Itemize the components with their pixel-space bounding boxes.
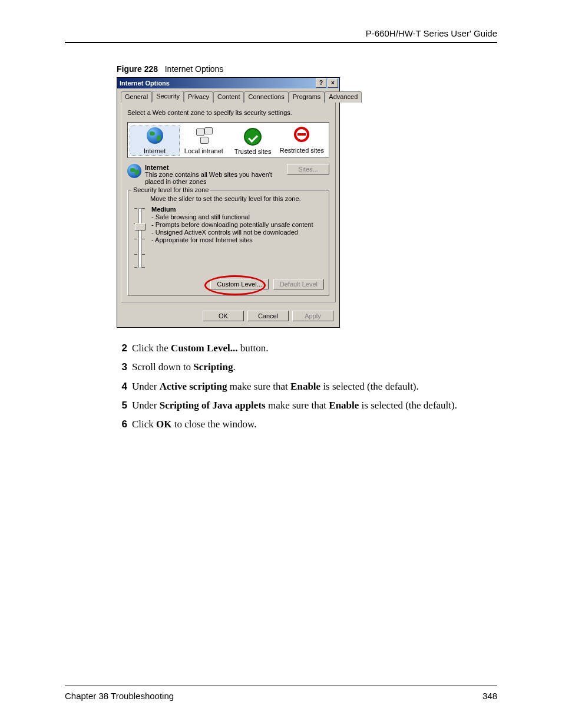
security-bullet-3: - Unsigned ActiveX controls will not be …	[151, 229, 313, 236]
instruction-step: 6Click OK to close the window.	[117, 417, 497, 432]
custom-level-button[interactable]: Custom Level...	[210, 279, 268, 289]
selected-zone-desc: This zone contains all Web sites you hav…	[145, 171, 272, 185]
instruction-steps: 2Click the Custom Level... button.3Scrol…	[117, 341, 497, 433]
zone-trusted-sites[interactable]: Trusted sites	[229, 126, 277, 155]
footer-chapter: Chapter 38 Troubleshooting	[65, 691, 174, 701]
step-number: 4	[117, 379, 127, 394]
zone-trusted-label: Trusted sites	[229, 148, 277, 155]
default-level-button[interactable]: Default Level	[273, 279, 324, 289]
globe-icon	[127, 164, 141, 178]
security-bullet-4: - Appropriate for most Internet sites	[151, 236, 313, 244]
ok-button[interactable]: OK	[203, 311, 244, 321]
no-entry-icon	[294, 127, 309, 142]
security-level-legend: Security level for this zone	[131, 186, 210, 193]
tab-security[interactable]: Security	[152, 91, 184, 102]
footer-page-number: 348	[482, 691, 497, 701]
dialog-title: Internet Options	[120, 80, 315, 87]
step-number: 2	[117, 341, 127, 356]
zone-list: Internet Local intranet Trusted sites	[127, 122, 329, 158]
page-footer: Chapter 38 Troubleshooting 348	[65, 686, 497, 701]
internet-options-dialog: Internet Options ? × General Security Pr…	[117, 77, 340, 328]
figure-title: Internet Options	[165, 64, 224, 74]
step-number: 5	[117, 398, 127, 413]
instruction-step: 2Click the Custom Level... button.	[117, 341, 497, 356]
security-level-group: Security level for this zone Move the sl…	[127, 190, 329, 296]
security-bullet-2: - Prompts before downloading potentially…	[151, 221, 313, 229]
zone-internet-label: Internet	[130, 147, 179, 154]
tab-advanced[interactable]: Advanced	[325, 91, 362, 103]
zone-intranet-label: Local intranet	[179, 147, 228, 154]
figure-caption: Figure 228 Internet Options	[117, 64, 497, 74]
step-number: 6	[117, 417, 127, 432]
security-slider[interactable]	[133, 206, 147, 271]
step-text: Under Scripting of Java applets make sur…	[132, 398, 457, 413]
close-icon[interactable]: ×	[328, 78, 338, 88]
page-header: P-660H/HW-T Series User' Guide	[65, 28, 497, 43]
security-level-name: Medium	[151, 206, 313, 213]
apply-button[interactable]: Apply	[292, 311, 333, 321]
dialog-titlebar[interactable]: Internet Options ? ×	[117, 78, 339, 88]
tab-privacy[interactable]: Privacy	[184, 91, 213, 103]
step-number: 3	[117, 360, 127, 375]
selected-zone-header: Internet This zone contains all Web site…	[127, 164, 329, 185]
tab-strip: General Security Privacy Content Connect…	[121, 91, 336, 102]
instruction-step: 5Under Scripting of Java applets make su…	[117, 398, 497, 413]
selected-zone-name: Internet	[145, 164, 287, 171]
check-circle-icon	[244, 128, 262, 146]
zone-restricted-label: Restricted sites	[277, 147, 326, 154]
step-text: Under Active scripting make sure that En…	[132, 379, 419, 394]
instruction-step: 3Scroll down to Scripting.	[117, 360, 497, 375]
zone-restricted-sites[interactable]: Restricted sites	[277, 126, 326, 155]
step-text: Click the Custom Level... button.	[132, 341, 268, 356]
tab-connections[interactable]: Connections	[244, 91, 288, 103]
zone-internet[interactable]: Internet	[130, 126, 179, 155]
security-bullet-1: - Safe browsing and still functional	[151, 213, 313, 221]
sites-button[interactable]: Sites...	[287, 164, 329, 174]
slider-thumb-icon[interactable]	[135, 223, 146, 230]
instruction-step: 4Under Active scripting make sure that E…	[117, 379, 497, 394]
step-text: Click OK to close the window.	[132, 417, 256, 432]
tab-panel-security: Select a Web content zone to specify its…	[121, 101, 336, 302]
tab-content[interactable]: Content	[213, 91, 244, 103]
slider-instruction: Move the slider to set the security leve…	[150, 195, 324, 202]
cancel-button[interactable]: Cancel	[247, 311, 289, 321]
intranet-icon	[195, 127, 213, 144]
figure-number: Figure 228	[117, 64, 158, 74]
dialog-footer: OK Cancel Apply	[117, 307, 339, 327]
tab-general[interactable]: General	[121, 91, 152, 103]
help-icon[interactable]: ?	[316, 78, 326, 88]
zone-local-intranet[interactable]: Local intranet	[179, 126, 228, 155]
zone-instruction: Select a Web content zone to specify its…	[127, 109, 329, 116]
tab-programs[interactable]: Programs	[289, 91, 325, 103]
globe-icon	[147, 127, 163, 144]
security-level-text: Medium - Safe browsing and still functio…	[151, 206, 313, 271]
step-text: Scroll down to Scripting.	[132, 360, 236, 375]
